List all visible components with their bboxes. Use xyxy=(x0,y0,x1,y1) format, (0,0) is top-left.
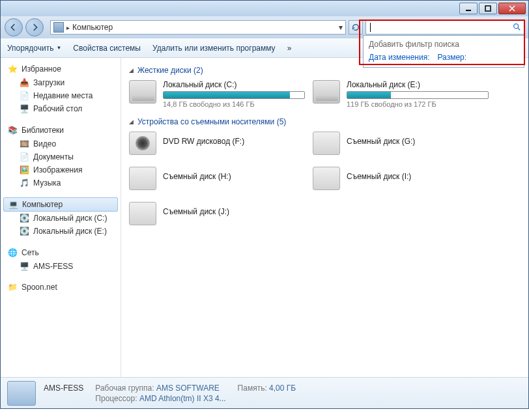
search-box[interactable] xyxy=(365,20,524,35)
device-dvd-f[interactable]: DVD RW дисковод (F:) xyxy=(129,132,305,155)
main-content: ◢Жесткие диски (2) Локальный диск (C:) 1… xyxy=(121,58,528,377)
removable-drive-icon xyxy=(313,132,340,155)
maximize-button[interactable] xyxy=(479,3,497,14)
organize-menu[interactable]: Упорядочить▼ xyxy=(7,44,61,53)
system-properties-button[interactable]: Свойства системы xyxy=(73,44,141,53)
back-button[interactable] xyxy=(5,18,23,36)
workgroup-value: AMS SOFTWARE xyxy=(156,384,220,393)
text-cursor xyxy=(370,23,371,32)
usage-fill xyxy=(347,92,391,98)
refresh-button[interactable] xyxy=(349,20,363,35)
folder-icon: 📁 xyxy=(7,282,18,292)
device-label: Съемный диск (J:) xyxy=(163,207,229,225)
details-pane: AMS-FESS Рабочая группа: AMS SOFTWARE Па… xyxy=(1,377,528,408)
pictures-icon: 🖼️ xyxy=(19,165,29,175)
navigation-bar: ▸ Компьютер ▾ Добавить фильтр поиска Дат… xyxy=(1,16,528,38)
document-icon: 📄 xyxy=(19,152,29,162)
breadcrumb-location[interactable]: Компьютер xyxy=(72,23,113,32)
usage-bar xyxy=(163,91,305,99)
removable-drive-icon xyxy=(129,202,156,225)
sidebar-item-desktop[interactable]: 🖥️Рабочий стол xyxy=(1,102,121,115)
cpu-value: AMD Athlon(tm) II X3 4... xyxy=(139,394,226,403)
sidebar-item-pictures[interactable]: 🖼️Изображения xyxy=(1,163,121,176)
sidebar-item-recent[interactable]: 📄Недавние места xyxy=(1,89,121,102)
hdd-list: Локальный диск (C:) 14,8 ГБ свободно из … xyxy=(129,80,521,108)
device-label: Съемный диск (G:) xyxy=(347,137,415,155)
device-label: Съемный диск (H:) xyxy=(163,172,231,190)
minimize-button[interactable] xyxy=(459,3,478,14)
libraries-header[interactable]: 📚Библиотеки xyxy=(1,123,121,137)
search-input[interactable] xyxy=(369,23,512,32)
collapse-icon: ◢ xyxy=(129,67,134,74)
desktop-icon: 🖥️ xyxy=(19,104,29,114)
usage-fill xyxy=(164,92,290,98)
usage-bar xyxy=(347,91,489,99)
drive-label: Локальный диск (C:) xyxy=(163,80,305,89)
device-label: Съемный диск (I:) xyxy=(347,172,411,190)
filter-size-link[interactable]: Размер: xyxy=(438,53,467,62)
sidebar-item-downloads[interactable]: 📥Загрузки xyxy=(1,76,121,89)
favorites-group: ⭐Избранное 📥Загрузки 📄Недавние места 🖥️Р… xyxy=(1,62,121,115)
network-header[interactable]: 🌐Сеть xyxy=(1,245,121,260)
svg-rect-0 xyxy=(466,10,471,11)
video-icon: 🎞️ xyxy=(19,139,29,149)
sidebar-item-drive-e[interactable]: 💽Локальный диск (E:) xyxy=(1,225,121,238)
computer-group: 💻Компьютер 💽Локальный диск (C:) 💽Локальн… xyxy=(1,197,121,238)
computer-large-icon xyxy=(7,381,36,406)
other-group: 📁Spoon.net xyxy=(1,281,121,294)
hdd-icon xyxy=(313,80,340,104)
content-area: ⭐Избранное 📥Загрузки 📄Недавние места 🖥️Р… xyxy=(1,58,528,377)
search-area: Добавить фильтр поиска Дата изменения: Р… xyxy=(365,20,524,35)
search-icon[interactable] xyxy=(512,22,521,33)
device-removable-j[interactable]: Съемный диск (J:) xyxy=(129,202,305,225)
collapse-icon: ◢ xyxy=(129,119,134,125)
cpu-label: Процессор: xyxy=(95,394,137,403)
workgroup-label: Рабочая группа: xyxy=(95,384,154,393)
device-removable-i[interactable]: Съемный диск (I:) xyxy=(313,167,489,190)
recent-icon: 📄 xyxy=(19,91,29,101)
drive-c[interactable]: Локальный диск (C:) 14,8 ГБ свободно из … xyxy=(129,80,305,108)
explorer-window: ▸ Компьютер ▾ Добавить фильтр поиска Дат… xyxy=(0,0,529,409)
computer-header[interactable]: 💻Компьютер xyxy=(3,197,118,212)
sidebar-item-ams-fess[interactable]: 🖥️AMS-FESS xyxy=(1,260,121,273)
music-icon: 🎵 xyxy=(19,178,29,188)
close-button[interactable] xyxy=(498,3,526,14)
computer-icon: 💻 xyxy=(8,199,18,210)
drive-e[interactable]: Локальный диск (E:) 119 ГБ свободно из 1… xyxy=(313,80,489,108)
sidebar-item-drive-c[interactable]: 💽Локальный диск (C:) xyxy=(1,212,121,225)
star-icon: ⭐ xyxy=(7,64,18,74)
sidebar-item-documents[interactable]: 📄Документы xyxy=(1,150,121,163)
details-text: AMS-FESS Рабочая группа: AMS SOFTWARE Па… xyxy=(44,384,307,403)
chevron-down-icon: ▼ xyxy=(56,45,61,51)
libraries-group: 📚Библиотеки 🎞️Видео 📄Документы 🖼️Изображ… xyxy=(1,123,121,189)
address-dropdown-icon[interactable]: ▾ xyxy=(339,23,343,32)
sidebar-item-videos[interactable]: 🎞️Видео xyxy=(1,137,121,150)
downloads-icon: 📥 xyxy=(19,77,29,88)
hdd-icon: 💽 xyxy=(19,213,29,223)
search-filter-dropdown: Добавить фильтр поиска Дата изменения: Р… xyxy=(363,35,524,68)
removable-list: DVD RW дисковод (F:) Съемный диск (G:) С… xyxy=(129,132,521,225)
device-removable-h[interactable]: Съемный диск (H:) xyxy=(129,167,305,190)
favorites-header[interactable]: ⭐Избранное xyxy=(1,62,121,76)
libraries-icon: 📚 xyxy=(7,125,18,135)
sidebar-item-music[interactable]: 🎵Музыка xyxy=(1,176,121,189)
removable-section-header[interactable]: ◢Устройства со съемными носителями (5) xyxy=(129,117,521,126)
window-titlebar xyxy=(1,1,528,16)
sidebar-item-spoon[interactable]: 📁Spoon.net xyxy=(1,281,121,294)
drive-label: Локальный диск (E:) xyxy=(347,80,489,89)
removable-drive-icon xyxy=(129,167,156,190)
uninstall-program-button[interactable]: Удалить или изменить программу xyxy=(152,44,276,53)
filter-date-link[interactable]: Дата изменения: xyxy=(369,53,430,62)
details-name: AMS-FESS xyxy=(44,384,83,393)
drive-free-text: 119 ГБ свободно из 172 ГБ xyxy=(347,100,489,108)
device-label: DVD RW дисковод (F:) xyxy=(163,137,244,155)
search-filter-heading: Добавить фильтр поиска xyxy=(369,40,519,49)
toolbar-overflow[interactable]: » xyxy=(287,44,292,53)
address-bar[interactable]: ▸ Компьютер ▾ xyxy=(50,20,346,35)
memory-value: 4,00 ГБ xyxy=(269,384,296,393)
forward-button[interactable] xyxy=(25,18,44,36)
hdd-icon xyxy=(129,80,156,104)
computer-icon xyxy=(53,22,64,33)
memory-label: Память: xyxy=(238,384,267,393)
device-removable-g[interactable]: Съемный диск (G:) xyxy=(313,132,489,155)
